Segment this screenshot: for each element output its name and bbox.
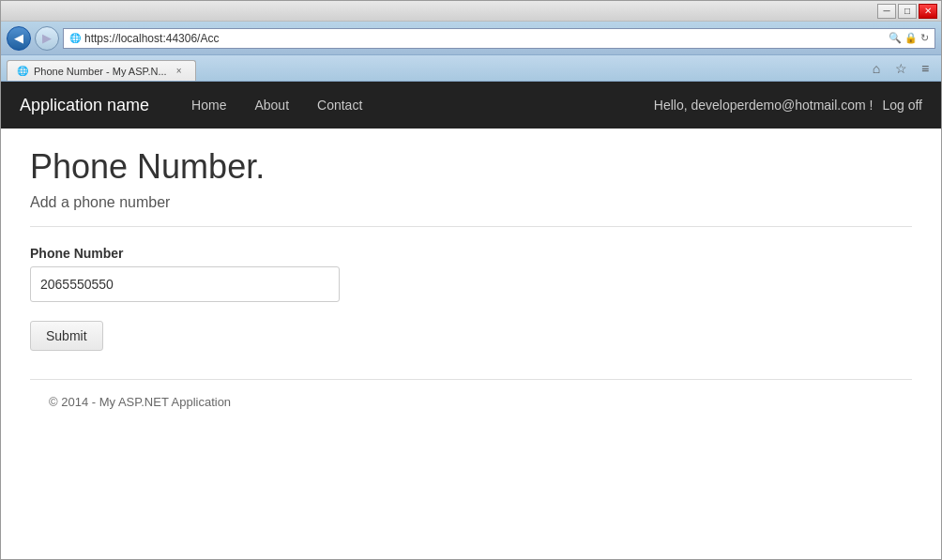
back-button[interactable]: ◀ (7, 26, 31, 51)
nav-home[interactable]: Home (177, 84, 240, 126)
close-button[interactable]: ✕ (919, 4, 937, 19)
brand-link[interactable]: Application name (20, 96, 149, 115)
favorites-icon[interactable]: ☆ (890, 58, 911, 79)
settings-icon[interactable]: ≡ (915, 58, 935, 79)
title-bar: ─ □ ✕ (1, 1, 941, 22)
tab-title: Phone Number - My ASP.N... (34, 66, 167, 77)
footer-text: © 2014 - My ASP.NET Application (49, 395, 231, 409)
phone-label: Phone Number (30, 246, 912, 261)
phone-form: Phone Number Submit (30, 246, 912, 351)
maximize-button[interactable]: □ (898, 4, 917, 19)
url-icons: 🔍 🔒 ↻ (889, 32, 929, 44)
phone-field-group: Phone Number (30, 246, 912, 302)
nav-right: Hello, developerdemo@hotmail.com ! Log o… (654, 98, 922, 113)
url-bar[interactable]: 🌐 https://localhost:44306/Acc 🔍 🔒 ↻ (63, 28, 935, 49)
log-off-link[interactable]: Log off (882, 98, 922, 113)
page-subtitle: Add a phone number (30, 194, 912, 211)
user-greeting: Hello, developerdemo@hotmail.com ! (654, 98, 874, 113)
nav-contact[interactable]: Contact (303, 84, 376, 126)
divider (30, 226, 912, 227)
tab-bar: 🌐 Phone Number - My ASP.N... × ⌂ ☆ ≡ (1, 55, 941, 82)
url-text: https://localhost:44306/Acc (84, 32, 885, 45)
nav-links: Home About Contact (177, 84, 376, 126)
submit-button[interactable]: Submit (30, 321, 103, 351)
home-icon[interactable]: ⌂ (866, 58, 887, 79)
search-icon: 🔍 (889, 32, 902, 44)
tab-favicon-icon: 🌐 (17, 66, 28, 76)
minimize-button[interactable]: ─ (877, 4, 896, 19)
refresh-icon: ↻ (920, 32, 929, 44)
phone-input[interactable] (30, 266, 340, 302)
nav-about[interactable]: About (240, 84, 303, 126)
browser-tab[interactable]: 🌐 Phone Number - My ASP.N... × (7, 60, 196, 81)
favicon-icon: 🌐 (69, 33, 81, 43)
site-footer: © 2014 - My ASP.NET Application (30, 379, 912, 424)
address-bar: ◀ ▶ 🌐 https://localhost:44306/Acc 🔍 🔒 ↻ (1, 22, 941, 55)
page-content: Application name Home About Contact Hell… (1, 82, 941, 559)
forward-button[interactable]: ▶ (35, 26, 59, 51)
browser-toolbar-right: ⌂ ☆ ≡ (866, 58, 935, 79)
tab-close-button[interactable]: × (173, 65, 186, 78)
window-controls: ─ □ ✕ (877, 4, 937, 19)
lock-icon: 🔒 (904, 32, 918, 44)
main-content: Phone Number. Add a phone number Phone N… (11, 129, 931, 443)
site-nav: Application name Home About Contact Hell… (1, 82, 941, 129)
page-title: Phone Number. (30, 147, 912, 187)
